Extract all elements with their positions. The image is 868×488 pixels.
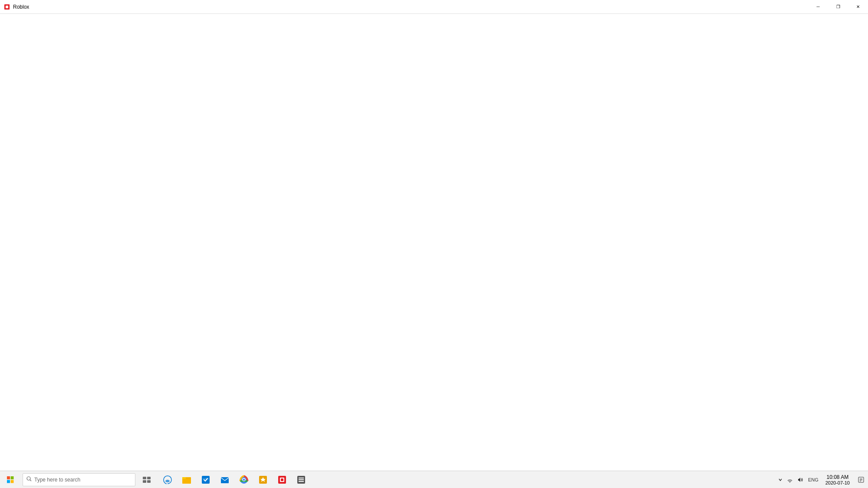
language-indicator[interactable]: ENG <box>806 471 821 488</box>
edge-icon <box>162 475 173 485</box>
svg-rect-26 <box>281 478 283 481</box>
window-controls: ─ ❐ ✕ <box>808 0 868 13</box>
svg-rect-5 <box>11 480 14 483</box>
network-tray-icon[interactable] <box>785 471 795 488</box>
svg-rect-10 <box>143 480 146 483</box>
taskbar-app-file-explorer[interactable] <box>177 471 196 488</box>
svg-point-31 <box>789 482 790 483</box>
svg-rect-11 <box>147 480 151 483</box>
svg-point-21 <box>243 478 245 481</box>
svg-point-12 <box>165 480 170 482</box>
svg-rect-4 <box>7 480 10 483</box>
main-content <box>0 14 868 471</box>
tray-chevron-button[interactable] <box>776 471 785 488</box>
taskbar-apps <box>158 471 311 488</box>
file-explorer-icon <box>181 475 192 485</box>
taskbar-app-store[interactable] <box>196 471 215 488</box>
svg-rect-30 <box>299 481 304 482</box>
title-bar: Roblox ─ ❐ ✕ <box>0 0 868 14</box>
mail-icon <box>220 475 230 485</box>
svg-point-6 <box>27 477 30 480</box>
app8-icon <box>296 475 306 485</box>
app-title: Roblox <box>13 4 29 10</box>
svg-rect-8 <box>143 477 146 479</box>
svg-line-7 <box>30 480 31 481</box>
clock-time: 10:08 AM <box>827 474 849 480</box>
svg-rect-29 <box>299 478 304 478</box>
svg-rect-15 <box>202 476 210 484</box>
taskbar-app-8[interactable] <box>292 471 311 488</box>
roblox-app-icon <box>3 3 10 10</box>
bookmarks-icon <box>258 475 268 485</box>
speaker-tray-icon[interactable] <box>795 471 806 488</box>
task-view-icon <box>143 477 151 483</box>
title-bar-left: Roblox <box>0 3 29 10</box>
clock-date: 2020-07-10 <box>825 480 850 485</box>
svg-rect-3 <box>11 476 14 479</box>
svg-rect-1 <box>6 6 8 8</box>
start-button[interactable] <box>0 471 21 488</box>
taskbar-search[interactable]: Type here to search <box>23 473 135 486</box>
svg-rect-16 <box>221 477 229 483</box>
store-icon <box>201 475 211 485</box>
close-button[interactable]: ✕ <box>848 0 868 14</box>
windows-logo-icon <box>7 476 14 483</box>
system-tray: ENG 10:08 AM 2020-07-10 <box>776 471 868 488</box>
roblox-taskbar-icon <box>277 475 287 485</box>
svg-rect-28 <box>299 479 304 480</box>
taskbar-app-chrome[interactable] <box>234 471 253 488</box>
restore-button[interactable]: ❐ <box>828 0 848 14</box>
taskbar-app-edge[interactable] <box>158 471 177 488</box>
svg-rect-14 <box>182 477 186 479</box>
clock-area[interactable]: 10:08 AM 2020-07-10 <box>821 471 854 488</box>
notification-button[interactable] <box>854 471 868 488</box>
task-view-button[interactable] <box>137 471 156 488</box>
search-icon <box>26 476 32 483</box>
search-placeholder-text: Type here to search <box>34 477 80 483</box>
taskbar-app-mail[interactable] <box>215 471 234 488</box>
svg-rect-9 <box>147 477 151 479</box>
chrome-icon <box>239 475 249 485</box>
taskbar-app-bookmarks[interactable] <box>253 471 273 488</box>
minimize-button[interactable]: ─ <box>808 0 828 14</box>
svg-rect-2 <box>7 476 10 479</box>
taskbar-app-roblox[interactable] <box>273 471 292 488</box>
taskbar: Type here to search <box>0 471 868 488</box>
